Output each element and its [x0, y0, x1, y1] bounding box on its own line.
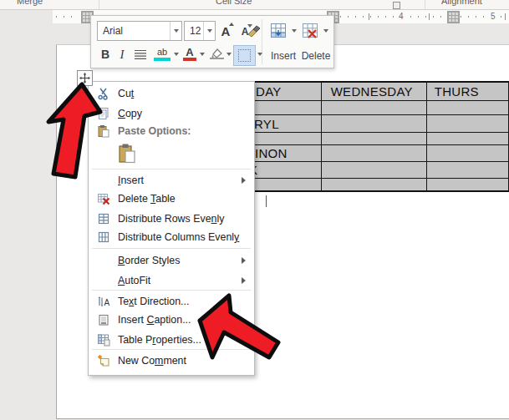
insert-table-button[interactable]: [269, 22, 288, 40]
highlight-label: ab: [157, 47, 167, 57]
delete-table-icon: [302, 23, 318, 39]
mini-toolbar: Arial 12 A A: [90, 15, 334, 68]
toolbar-separator: [262, 19, 262, 64]
table-cell[interactable]: [321, 133, 426, 145]
menu-item-cut[interactable]: Cut: [89, 83, 253, 104]
red-arrow-up-annotation: [38, 80, 107, 182]
paint-bucket-icon: [209, 47, 225, 61]
insert-button-label[interactable]: Insert: [265, 50, 302, 62]
up-caret-icon: [229, 23, 234, 26]
submenu-arrow-icon: [242, 177, 246, 184]
chevron-down-icon[interactable]: [203, 22, 215, 40]
table-cell[interactable]: [321, 179, 426, 192]
paste-option-button[interactable]: [117, 143, 137, 164]
ribbon-group-cell-size: Cell Size: [216, 0, 252, 6]
ruler-mid-tick: [505, 13, 506, 20]
chevron-down-icon[interactable]: [323, 29, 328, 33]
table-cell[interactable]: [321, 115, 426, 133]
font-size-value: 12: [185, 25, 203, 37]
italic-label: I: [120, 48, 125, 62]
chevron-down-icon[interactable]: [174, 53, 179, 56]
font-color-bar: [183, 58, 196, 61]
table-cell-wednesday[interactable]: WEDNESDAY: [321, 82, 426, 101]
word-window: Merge Cell Size Alignment 4 5 DAY WEDNES…: [0, 0, 509, 420]
submenu-arrow-icon: [242, 257, 246, 264]
font-name-value: Arial: [98, 25, 170, 37]
format-painter-icon: [247, 23, 262, 38]
bold-button[interactable]: B: [98, 46, 113, 63]
ruler-mid-tick: [429, 13, 430, 20]
delete-table-icon: [97, 192, 110, 205]
ribbon-separator: [425, 0, 425, 9]
highlight-color-bar: [154, 58, 171, 61]
distribute-rows-icon: [97, 212, 110, 225]
ruler-number-5: 5: [491, 12, 496, 21]
table-properties-icon: [97, 333, 110, 347]
format-painter-button[interactable]: [245, 20, 263, 40]
ruler-ticks: [410, 16, 444, 18]
text-cursor: [266, 195, 267, 207]
menu-separator: [92, 248, 251, 249]
font-name-combo[interactable]: Arial: [97, 21, 182, 41]
menu-item-paste-options: Paste Options:: [89, 121, 253, 141]
chevron-down-icon[interactable]: [200, 53, 205, 56]
italic-button[interactable]: I: [116, 46, 128, 63]
borders-button[interactable]: [233, 45, 256, 66]
table-cell-thursday[interactable]: THURS: [426, 82, 508, 101]
ruler-ticks: [461, 16, 487, 18]
table-cell[interactable]: [426, 115, 508, 133]
menu-item-insert[interactable]: Insert: [89, 170, 253, 190]
chevron-down-icon[interactable]: [227, 53, 232, 56]
shading-button[interactable]: [207, 45, 226, 62]
submenu-arrow-icon: [242, 277, 246, 284]
menu-item-delete-table[interactable]: Delete Table: [89, 189, 253, 209]
lines-icon: [135, 49, 146, 59]
ribbon-separator: [99, 0, 99, 9]
menu-item-distribute-rows[interactable]: Distribute Rows Evenly: [89, 209, 253, 229]
menu-item-autofit[interactable]: AutoFit: [89, 271, 253, 291]
bold-label: B: [101, 48, 109, 61]
ribbon-group-alignment: Alignment: [441, 0, 482, 6]
paste-keep-formatting-icon: [117, 143, 137, 164]
ruler-mid-tick: [369, 13, 369, 20]
menu-item-distribute-columns[interactable]: Distribute Columns Evenly: [89, 227, 253, 247]
delete-table-button[interactable]: [301, 22, 319, 40]
line-spacing-button[interactable]: [133, 48, 148, 61]
chevron-down-icon[interactable]: [257, 53, 262, 56]
chevron-down-icon[interactable]: [170, 22, 181, 40]
insert-table-icon: [270, 23, 287, 39]
text-direction-icon: A: [97, 295, 110, 308]
table-cell[interactable]: [321, 145, 426, 162]
table-cell[interactable]: [426, 162, 508, 179]
table-cell[interactable]: [426, 145, 508, 162]
borders-icon: [238, 49, 251, 62]
table-cell[interactable]: [426, 179, 508, 192]
dialog-launcher-icon[interactable]: [393, 2, 400, 9]
menu-row-paste-buttons: [89, 143, 253, 166]
highlight-button[interactable]: ab: [153, 44, 171, 59]
new-comment-icon: [97, 354, 110, 367]
ruler-ticks: [56, 16, 79, 18]
grow-font-button[interactable]: A: [216, 22, 235, 40]
ruler-number-4: 4: [399, 12, 404, 21]
font-color-button[interactable]: A: [182, 44, 197, 59]
distribute-columns-icon: [97, 230, 110, 244]
table-cell[interactable]: [321, 162, 426, 179]
font-color-label: A: [186, 46, 193, 58]
chevron-down-icon[interactable]: [292, 29, 297, 33]
grow-font-label: A: [221, 24, 231, 38]
ribbon-group-strip: Merge Cell Size Alignment: [0, 0, 509, 10]
ribbon-group-merge: Merge: [17, 0, 43, 6]
menu-item-border-styles[interactable]: Border Styles: [89, 250, 253, 271]
delete-button-label[interactable]: Delete: [298, 50, 334, 62]
red-arrow-left-annotation: [197, 291, 284, 364]
table-cell[interactable]: [321, 101, 426, 115]
font-size-combo[interactable]: 12: [184, 21, 216, 41]
svg-text:A: A: [104, 298, 110, 307]
table-cell[interactable]: [426, 133, 508, 145]
table-cell[interactable]: [426, 101, 508, 115]
ruler-table-marker[interactable]: [447, 11, 460, 23]
insert-caption-icon: [97, 313, 110, 326]
menu-separator: [92, 169, 251, 170]
